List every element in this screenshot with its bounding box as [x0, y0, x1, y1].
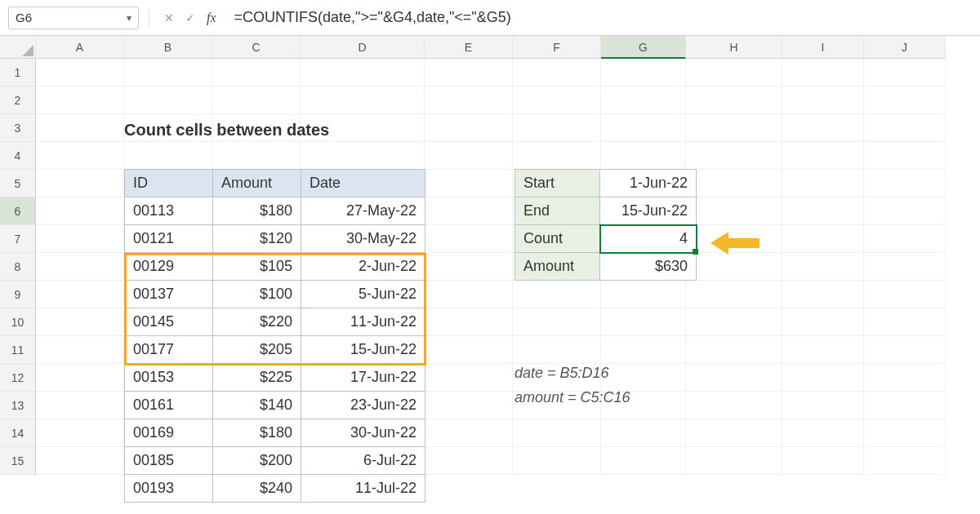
- summary-start-label[interactable]: Start: [515, 170, 600, 197]
- summary-end-value[interactable]: 15-Jun-22: [600, 197, 697, 225]
- row-header-9[interactable]: 9: [0, 281, 36, 308]
- cell-amount[interactable]: $120: [213, 225, 301, 253]
- cell-id[interactable]: 00161: [125, 392, 213, 419]
- cell-amount[interactable]: $140: [213, 392, 301, 419]
- cell-E13[interactable]: [425, 392, 513, 419]
- cell-H8[interactable]: [686, 253, 782, 281]
- cell-E14[interactable]: [425, 419, 513, 447]
- cell-id[interactable]: 00137: [125, 281, 213, 308]
- cell-H14[interactable]: [686, 419, 782, 447]
- cell-E3[interactable]: [425, 114, 513, 142]
- cell-G15[interactable]: [601, 447, 686, 475]
- summary-count-value[interactable]: 4: [600, 225, 697, 253]
- cell-J11[interactable]: [864, 336, 946, 364]
- col-header-C[interactable]: C: [212, 36, 301, 59]
- cell-amount[interactable]: $105: [213, 253, 301, 281]
- cell-date[interactable]: 11-Jul-22: [301, 475, 425, 503]
- row-header-3[interactable]: 3: [0, 114, 36, 142]
- cell-I6[interactable]: [782, 197, 864, 225]
- cell-J6[interactable]: [864, 197, 946, 225]
- cell-E5[interactable]: [425, 170, 513, 197]
- cell-E4[interactable]: [425, 142, 513, 170]
- cell-J15[interactable]: [864, 447, 946, 475]
- cell-amount[interactable]: $225: [213, 364, 301, 392]
- cell-I12[interactable]: [782, 364, 864, 392]
- summary-end-label[interactable]: End: [515, 197, 600, 225]
- row-header-7[interactable]: 7: [0, 225, 36, 253]
- cell-G14[interactable]: [601, 419, 686, 447]
- cell-E11[interactable]: [425, 336, 513, 364]
- cell-G3[interactable]: [601, 114, 686, 142]
- cell-H1[interactable]: [686, 59, 782, 86]
- cell-H13[interactable]: [686, 392, 782, 419]
- cell-G2[interactable]: [601, 86, 686, 114]
- cell-id[interactable]: 00129: [125, 253, 213, 281]
- cell-id[interactable]: 00185: [125, 447, 213, 475]
- cell-H4[interactable]: [686, 142, 782, 170]
- cell-J8[interactable]: [864, 253, 946, 281]
- cell-A9[interactable]: [36, 281, 124, 308]
- row-header-2[interactable]: 2: [0, 86, 36, 114]
- cell-J3[interactable]: [864, 114, 946, 142]
- row-header-5[interactable]: 5: [0, 170, 36, 197]
- cell-date[interactable]: 2-Jun-22: [301, 253, 425, 281]
- cell-id[interactable]: 00145: [125, 308, 213, 336]
- cell-id[interactable]: 00169: [125, 419, 213, 447]
- row-header-1[interactable]: 1: [0, 59, 36, 86]
- cell-date[interactable]: 23-Jun-22: [301, 392, 425, 419]
- cell-J5[interactable]: [864, 170, 946, 197]
- cell-F3[interactable]: [513, 114, 601, 142]
- cell-I13[interactable]: [782, 392, 864, 419]
- col-header-I[interactable]: I: [782, 36, 864, 59]
- cell-H3[interactable]: [686, 114, 782, 142]
- cell-amount[interactable]: $180: [213, 419, 301, 447]
- cell-E12[interactable]: [425, 364, 513, 392]
- row-header-12[interactable]: 12: [0, 364, 36, 392]
- cell-A3[interactable]: [36, 114, 124, 142]
- cell-date[interactable]: 11-Jun-22: [301, 308, 425, 336]
- cell-A6[interactable]: [36, 197, 124, 225]
- cell-date[interactable]: 17-Jun-22: [301, 364, 425, 392]
- row-header-11[interactable]: 11: [0, 336, 36, 364]
- name-box[interactable]: G6 ▾: [8, 7, 139, 29]
- fx-icon[interactable]: fx: [207, 11, 216, 25]
- summary-count-label[interactable]: Count: [515, 225, 600, 253]
- select-all-corner[interactable]: [0, 36, 36, 59]
- cell-A10[interactable]: [36, 308, 124, 336]
- cell-F10[interactable]: [513, 308, 601, 336]
- cell-H9[interactable]: [686, 281, 782, 308]
- cell-amount[interactable]: $200: [213, 447, 301, 475]
- row-header-8[interactable]: 8: [0, 253, 36, 281]
- cell-date[interactable]: 27-May-22: [301, 197, 425, 225]
- cell-id[interactable]: 00153: [125, 364, 213, 392]
- cell-amount[interactable]: $240: [213, 475, 301, 503]
- cell-A8[interactable]: [36, 253, 124, 281]
- cell-J14[interactable]: [864, 419, 946, 447]
- col-header-J[interactable]: J: [864, 36, 946, 59]
- summary-start-value[interactable]: 1-Jun-22: [600, 170, 697, 197]
- cell-E6[interactable]: [425, 197, 513, 225]
- cell-G10[interactable]: [601, 308, 686, 336]
- cell-E1[interactable]: [425, 59, 513, 86]
- cell-E8[interactable]: [425, 253, 513, 281]
- cell-id[interactable]: 00121: [125, 225, 213, 253]
- cell-I11[interactable]: [782, 336, 864, 364]
- cell-id[interactable]: 00193: [125, 475, 213, 503]
- col-header-B[interactable]: B: [124, 36, 212, 59]
- cell-A12[interactable]: [36, 364, 124, 392]
- cell-F2[interactable]: [513, 86, 601, 114]
- row-header-4[interactable]: 4: [0, 142, 36, 170]
- cell-F4[interactable]: [513, 142, 601, 170]
- cell-date[interactable]: 5-Jun-22: [301, 281, 425, 308]
- cell-amount[interactable]: $100: [213, 281, 301, 308]
- cell-B4[interactable]: [124, 142, 212, 170]
- cell-E10[interactable]: [425, 308, 513, 336]
- cell-I1[interactable]: [782, 59, 864, 86]
- cell-amount[interactable]: $205: [213, 336, 301, 364]
- cell-F1[interactable]: [513, 59, 601, 86]
- cell-E15[interactable]: [425, 447, 513, 475]
- cell-F9[interactable]: [513, 281, 601, 308]
- cell-I2[interactable]: [782, 86, 864, 114]
- col-header-amount[interactable]: Amount: [213, 170, 301, 197]
- chevron-down-icon[interactable]: ▾: [127, 12, 131, 24]
